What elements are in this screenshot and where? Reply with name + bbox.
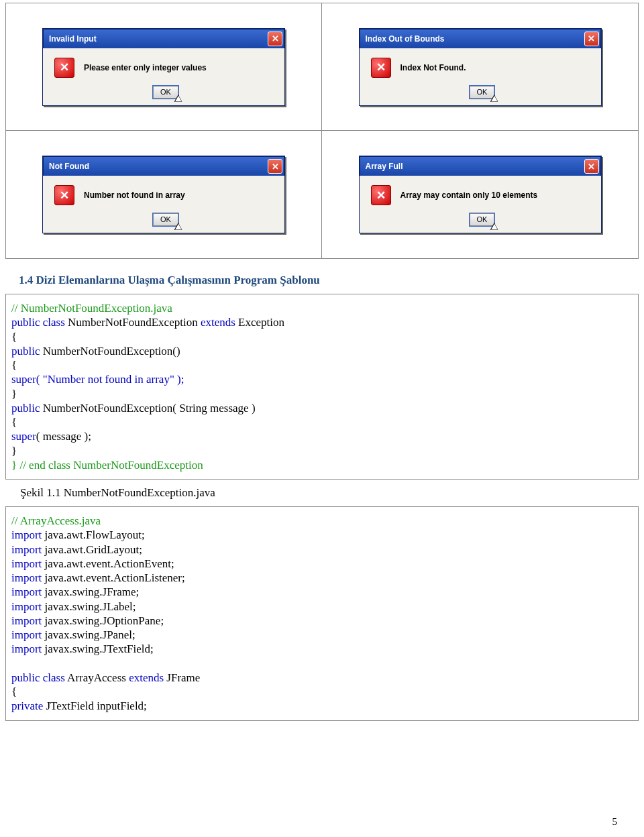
figure-caption-1: Şekil 1.1 NumberNotFoundException.java	[20, 486, 624, 500]
cell-1: Index Out of Bounds ✕ ✕ Index Not Found.…	[322, 3, 638, 131]
error-icon: ✕	[371, 58, 391, 78]
dialog-title: Not Found	[49, 162, 268, 171]
close-icon[interactable]: ✕	[268, 32, 282, 46]
ok-button[interactable]: OK	[153, 213, 178, 226]
dialog-title: Invalid Input	[49, 34, 268, 44]
dialog-invalid-input: Invalid Input ✕ ✕ Please enter only inte…	[42, 28, 285, 106]
error-icon: ✕	[54, 185, 74, 205]
close-icon[interactable]: ✕	[268, 159, 282, 174]
dialog-message: Index Not Found.	[400, 63, 466, 72]
dialog-message: Number not found in array	[84, 190, 185, 200]
code-block-1: // NumberNotFoundException.java public c…	[5, 294, 639, 480]
cell-0: Invalid Input ✕ ✕ Please enter only inte…	[6, 3, 322, 131]
dialog-title: Array Full	[366, 162, 584, 171]
ok-button[interactable]: OK	[470, 213, 495, 226]
section-heading: 1.4 Dizi Elemanlarına Ulaşma Çalışmasını…	[19, 274, 625, 287]
cell-3: Array Full ✕ ✕ Array may contain only 10…	[322, 131, 638, 258]
close-icon[interactable]: ✕	[584, 159, 599, 174]
ok-button[interactable]: OK	[153, 86, 178, 99]
cell-2: Not Found ✕ ✕ Number not found in array …	[6, 131, 322, 258]
dialog-titlebar: Array Full ✕	[360, 156, 601, 176]
dialog-title: Index Out of Bounds	[366, 34, 584, 44]
dialogs-grid: Invalid Input ✕ ✕ Please enter only inte…	[5, 3, 639, 259]
dialog-array-full: Array Full ✕ ✕ Array may contain only 10…	[359, 156, 602, 233]
code-block-2: // ArrayAccess.java import java.awt.Flow…	[5, 506, 639, 721]
dialog-index-out-of-bounds: Index Out of Bounds ✕ ✕ Index Not Found.…	[359, 28, 602, 106]
dialog-titlebar: Not Found ✕	[43, 156, 284, 176]
dialog-message: Array may contain only 10 elements	[400, 190, 538, 200]
dialog-not-found: Not Found ✕ ✕ Number not found in array …	[42, 156, 285, 233]
dialog-titlebar: Index Out of Bounds ✕	[360, 29, 601, 48]
dialog-message: Please enter only integer values	[84, 63, 207, 72]
error-icon: ✕	[371, 185, 391, 205]
dialog-titlebar: Invalid Input ✕	[43, 29, 284, 48]
ok-button[interactable]: OK	[470, 86, 495, 99]
error-icon: ✕	[54, 58, 74, 78]
close-icon[interactable]: ✕	[584, 32, 599, 46]
